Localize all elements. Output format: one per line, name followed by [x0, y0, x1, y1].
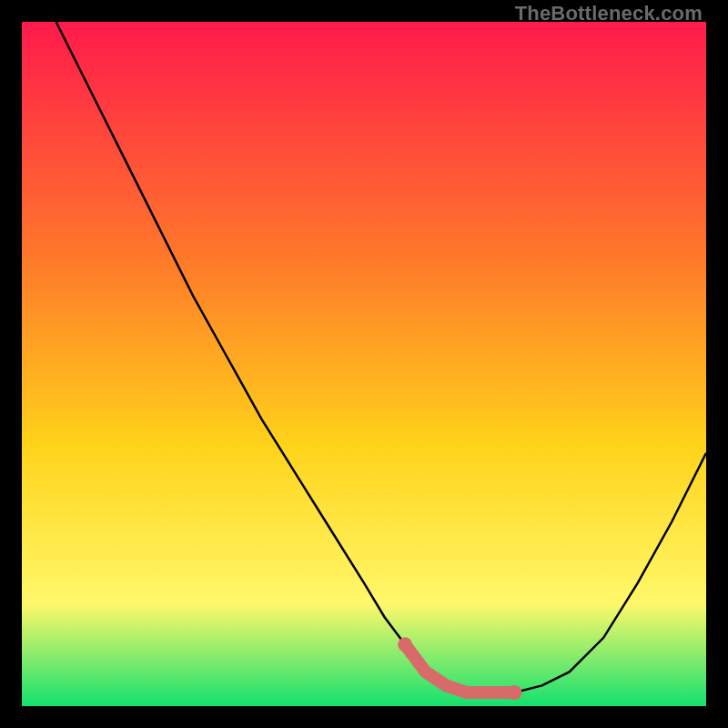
- chart-frame: [22, 22, 706, 706]
- bottleneck-chart: [22, 22, 706, 706]
- highlight-endpoint: [398, 637, 412, 652]
- gradient-background: [22, 22, 706, 706]
- highlight-endpoint: [507, 685, 521, 700]
